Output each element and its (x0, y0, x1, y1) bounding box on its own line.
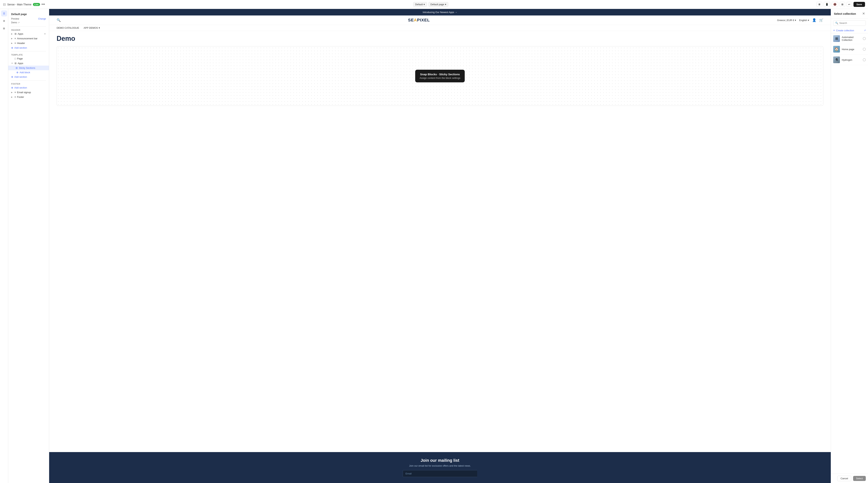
change-button[interactable]: Change (38, 18, 46, 20)
logo-accent: A (414, 18, 417, 22)
plus-icon-4: ⊕ (11, 86, 13, 89)
snap-tooltip-subtitle: Assign content from the block settings (420, 77, 460, 79)
add-section-1-button[interactable]: ⊕ Add section (8, 46, 30, 50)
topbar-left: ⊟ Sense - Main Theme Live ••• (3, 2, 45, 6)
cancel-button[interactable]: Cancel (837, 476, 851, 481)
main-layout: ☰ ⚙ ⊞ Default page Preview Change Demo ↗… (0, 9, 868, 483)
right-panel: Select collection ✕ 🔍 + Create collectio… (831, 9, 868, 483)
select-button[interactable]: Select (853, 476, 866, 481)
apps-template-label: Apps (18, 62, 23, 65)
footer-item-label: Footer (17, 95, 24, 98)
preview-frame: Introducing Our Newest Apps → 🔍 SEAPIXEL… (49, 9, 831, 483)
left-sidebar: Default page Preview Change Demo ↗ Heade… (8, 9, 49, 483)
auto-thumb-icon: ⊞ (835, 36, 838, 40)
sidebar-content: Default page Preview Change Demo ↗ Heade… (8, 9, 49, 483)
hydrogen-thumb-icon: ⚗ (835, 58, 838, 62)
automated-radio[interactable] (863, 37, 866, 40)
save-button[interactable]: Save (854, 2, 865, 7)
footer-item[interactable]: ▶ ≡ Footer (8, 95, 49, 99)
left-panels: ☰ ⚙ ⊞ Default page Preview Change Demo ↗… (0, 9, 49, 483)
footer-group: Footer ⊕ Add section ▶ ≡ Email signup ▶ … (8, 82, 49, 99)
page-label: Page (17, 57, 23, 60)
search-box: 🔍 (833, 20, 866, 26)
snap-tooltip-title: Snap Blocks · Sticky Sections (420, 73, 460, 76)
chevron-down-icon-2: ▾ (808, 19, 809, 22)
mobile-icon-btn[interactable]: 📵 (832, 2, 838, 7)
email-signup-item[interactable]: ▶ ≡ Email signup (8, 90, 49, 95)
sticky-sections-item[interactable]: ⊞ Sticky Sections (8, 65, 49, 70)
nav-lang-selector: English ▾ (799, 19, 809, 22)
collection-automated[interactable]: ⊞ Automated Collection (831, 33, 868, 44)
header-item[interactable]: ▶ ≡ Header (8, 41, 49, 46)
nav-right: Greece | EUR € ▾ English ▾ 👤 🛒 (777, 18, 823, 22)
user-icon[interactable]: 👤 (812, 18, 816, 22)
header-group: Header ▶ ⊞ Apps 👁 ▶ ≡ Announcement bar ▶ (8, 28, 49, 50)
theme-icon: ⊟ (3, 2, 6, 6)
plus-icon-3: ⊕ (11, 76, 13, 78)
cart-icon[interactable]: 🛒 (819, 18, 823, 22)
right-panel-title: Select collection (834, 12, 856, 15)
apps-item[interactable]: ▶ ⊞ Apps 👁 (8, 31, 49, 36)
collection-search-input[interactable] (839, 22, 864, 24)
expand-icon-7: ▶ (11, 96, 13, 98)
plus-icon-create: + (833, 29, 835, 32)
footer-icon: ≡ (14, 95, 16, 98)
hydrogen-thumb: ⚗ (833, 56, 840, 63)
announcement-item[interactable]: ▶ ≡ Announcement bar (8, 36, 49, 41)
add-section-2-button[interactable]: ⊕ Add section (8, 75, 30, 79)
apps-template-icon: ⊞ (14, 62, 17, 65)
store-menu: DEMO CATALOGUE APP DEMOS ▾ (49, 25, 831, 31)
close-button[interactable]: ✕ (862, 11, 865, 16)
demo-catalogue-link[interactable]: DEMO CATALOGUE (57, 26, 79, 29)
default-dropdown[interactable]: Default ▾ (413, 2, 427, 7)
store-footer: Join our mailing list Join our email lis… (49, 452, 831, 483)
automated-name: Automated Collection (842, 36, 861, 41)
email-input[interactable] (403, 470, 477, 477)
topbar: ⊟ Sense - Main Theme Live ••• Default ▾ … (0, 0, 868, 9)
desktop-icon-btn[interactable]: 🖥 (816, 2, 822, 7)
sticky-sections-icon: ⊞ (16, 66, 18, 69)
homepage-thumb: 🏠 (833, 46, 840, 53)
expand-icon-2: ▶ (11, 37, 13, 39)
apps-icon-btn[interactable]: ⊞ (1, 25, 7, 31)
footer-subtitle: Join our email list for exclusive offers… (57, 464, 823, 467)
more-button[interactable]: ••• (41, 2, 45, 6)
settings-icon-btn[interactable]: ⚙ (1, 18, 7, 24)
announcement-icon: ≡ (14, 37, 16, 40)
grid-icon-btn[interactable]: ⊞ (840, 2, 845, 7)
sections-icon-btn[interactable]: ☰ (1, 10, 7, 17)
app-demos-link[interactable]: APP DEMOS ▾ (84, 26, 100, 29)
create-collection-button[interactable]: + Create collection ↗ (831, 28, 868, 33)
collection-homepage[interactable]: 🏠 Home page (831, 44, 868, 55)
page-dropdown[interactable]: Default page ▾ (428, 2, 448, 7)
template-group: Template □ Page ▼ ⊞ Apps ⊞ Sticky Sec (8, 53, 49, 79)
automated-thumb: ⊞ (833, 35, 840, 42)
apps-item-label: Apps (18, 32, 23, 35)
page-item[interactable]: □ Page (8, 56, 49, 61)
plus-icon-1: ⊕ (11, 47, 13, 49)
collection-hydrogen[interactable]: ⚗ Hydrogen (831, 55, 868, 65)
live-badge: Live (33, 3, 40, 6)
plus-icon-2: ⊕ (17, 71, 19, 74)
hydrogen-radio[interactable] (863, 58, 866, 61)
topbar-right: 🖥 📱 📵 ⊞ ↩ Save (816, 2, 865, 7)
header-label: Header (17, 42, 25, 45)
tablet-icon-btn[interactable]: 📱 (824, 2, 830, 7)
add-section-footer-button[interactable]: ⊕ Add section (8, 85, 30, 90)
preview-area: Introducing Our Newest Apps → 🔍 SEAPIXEL… (49, 9, 831, 483)
app-demos-chevron: ▾ (99, 26, 100, 29)
search-icon-panel: 🔍 (835, 22, 838, 24)
right-panel-header: Select collection ✕ (831, 9, 868, 19)
search-icon[interactable]: 🔍 (57, 18, 61, 22)
store-announcement: Introducing Our Newest Apps → (49, 9, 831, 16)
store-logo: SEAPIXEL (408, 18, 430, 23)
sticky-sections-label: Sticky Sections (19, 66, 35, 69)
page-title: Default page (8, 11, 49, 17)
add-block-button[interactable]: ⊕ Add block (8, 70, 33, 75)
homepage-radio[interactable] (863, 48, 866, 51)
announcement-label: Announcement bar (17, 37, 38, 40)
home-thumb-icon: 🏠 (835, 47, 839, 51)
undo-btn[interactable]: ↩ (846, 2, 852, 7)
apps-template-item[interactable]: ▼ ⊞ Apps (8, 61, 49, 65)
expand-icon-5: ▼ (11, 62, 13, 64)
